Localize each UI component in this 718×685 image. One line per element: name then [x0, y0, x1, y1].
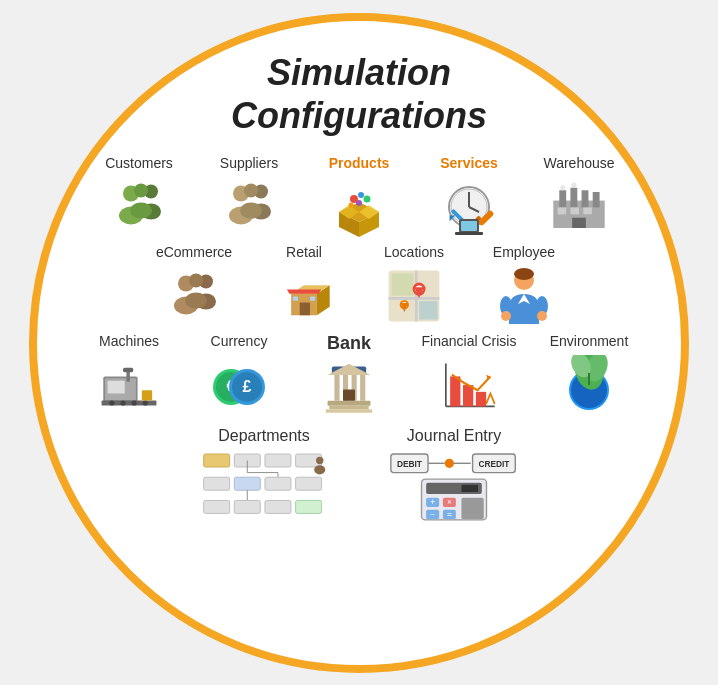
item-warehouse[interactable]: Warehouse	[524, 155, 634, 240]
item-suppliers[interactable]: Suppliers	[194, 155, 304, 240]
row-2: eCommerce Retail	[57, 244, 661, 329]
item-ecommerce[interactable]: eCommerce	[139, 244, 249, 329]
svg-point-18	[358, 192, 364, 198]
main-title: Simulation Configurations	[231, 51, 487, 137]
svg-point-74	[537, 311, 547, 321]
svg-rect-125	[296, 477, 322, 490]
journal-entry-icon: DEBIT CREDIT +	[389, 449, 519, 524]
svg-point-82	[143, 401, 148, 406]
svg-text:DEBIT: DEBIT	[397, 459, 422, 469]
financial-crisis-icon	[434, 353, 504, 418]
departments-icon	[199, 449, 329, 524]
svg-rect-32	[455, 232, 483, 235]
svg-rect-128	[234, 500, 260, 513]
svg-rect-130	[296, 500, 322, 513]
retail-icon	[269, 264, 339, 329]
item-bank[interactable]: Bank BANK	[294, 333, 404, 423]
svg-rect-84	[126, 372, 129, 382]
svg-rect-37	[593, 192, 600, 207]
svg-rect-61	[419, 301, 437, 319]
locations-icon	[379, 264, 449, 329]
customers-icon	[104, 175, 174, 240]
svg-rect-60	[391, 274, 413, 296]
svg-rect-107	[476, 392, 486, 407]
item-products[interactable]: Products	[304, 155, 414, 240]
svg-rect-115	[204, 454, 230, 467]
svg-rect-99	[328, 401, 371, 406]
svg-rect-54	[293, 297, 298, 301]
svg-rect-97	[360, 375, 365, 401]
row-1: Customers Suppliers	[57, 155, 661, 240]
item-customers[interactable]: Customers	[84, 155, 194, 240]
svg-rect-34	[559, 191, 566, 208]
svg-rect-94	[334, 375, 339, 401]
svg-rect-127	[204, 500, 230, 513]
svg-text:+: +	[430, 497, 435, 507]
item-employee[interactable]: Employee	[469, 244, 579, 329]
item-services[interactable]: Services	[414, 155, 524, 240]
row-4: Departments	[57, 427, 661, 524]
svg-text:×: ×	[447, 497, 452, 507]
svg-rect-55	[310, 297, 315, 301]
svg-point-79	[109, 401, 114, 406]
svg-rect-102	[343, 390, 355, 401]
item-journal-entry[interactable]: Journal Entry DEBIT CREDIT	[374, 427, 534, 524]
svg-point-139	[445, 459, 454, 468]
svg-point-73	[501, 311, 511, 321]
svg-point-43	[571, 183, 576, 188]
item-environment[interactable]: Environment	[534, 333, 644, 423]
svg-rect-117	[265, 454, 291, 467]
svg-rect-40	[583, 208, 592, 215]
svg-point-42	[560, 186, 565, 191]
svg-text:−: −	[430, 509, 435, 519]
svg-rect-35	[570, 188, 577, 208]
ecommerce-icon	[159, 264, 229, 329]
svg-rect-122	[204, 477, 230, 490]
svg-point-11	[240, 203, 262, 219]
item-currency[interactable]: Currency € £	[184, 333, 294, 423]
svg-point-132	[314, 465, 325, 474]
svg-marker-56	[287, 290, 321, 294]
environment-icon	[554, 353, 624, 418]
svg-point-49	[185, 293, 207, 309]
svg-text:=: =	[447, 509, 452, 519]
svg-text:CREDIT: CREDIT	[478, 459, 509, 469]
bank-icon: BANK	[314, 358, 384, 423]
svg-rect-151	[461, 498, 483, 519]
svg-rect-36	[582, 191, 589, 208]
svg-rect-41	[572, 218, 586, 228]
item-departments[interactable]: Departments	[184, 427, 344, 524]
products-icon	[324, 175, 394, 240]
services-icon	[434, 175, 504, 240]
svg-rect-38	[558, 208, 567, 215]
warehouse-icon	[544, 175, 614, 240]
svg-rect-77	[108, 381, 125, 394]
item-retail[interactable]: Retail	[249, 244, 359, 329]
svg-point-5	[130, 203, 152, 219]
svg-rect-100	[329, 406, 368, 409]
svg-rect-123	[234, 477, 260, 490]
item-locations[interactable]: Locations	[359, 244, 469, 329]
machines-icon	[94, 353, 164, 418]
svg-text:£: £	[243, 378, 252, 395]
svg-rect-85	[123, 368, 133, 372]
employee-icon	[489, 264, 559, 329]
svg-rect-31	[461, 221, 477, 231]
svg-rect-105	[450, 377, 460, 407]
svg-point-10	[244, 184, 258, 198]
svg-rect-39	[570, 208, 579, 215]
svg-point-69	[514, 268, 534, 280]
svg-rect-124	[265, 477, 291, 490]
simulation-circle: Simulation Configurations Customers	[29, 13, 689, 673]
suppliers-icon	[214, 175, 284, 240]
svg-point-81	[132, 401, 137, 406]
svg-rect-83	[142, 391, 152, 401]
item-financial-crisis[interactable]: Financial Crisis	[404, 333, 534, 423]
item-machines[interactable]: Machines	[74, 333, 184, 423]
svg-point-80	[120, 401, 125, 406]
svg-point-19	[364, 196, 371, 203]
svg-rect-129	[265, 500, 291, 513]
svg-point-131	[316, 457, 323, 464]
svg-point-20	[356, 200, 362, 206]
svg-point-21	[349, 203, 354, 208]
